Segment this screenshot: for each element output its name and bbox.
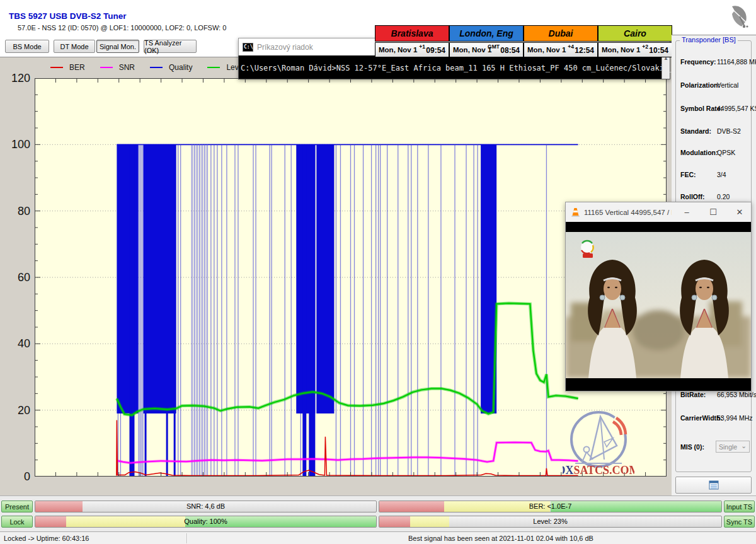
world-clock-cairo: CairoMon, Nov 1+210:54	[598, 25, 672, 57]
vlc-window-title: 11165 Vertical 44995,547 / RF: -41 SNR: …	[584, 209, 672, 216]
field-value: 53,994 MHz	[717, 414, 753, 422]
scroll-up-arrow-icon[interactable]: ▲	[663, 55, 668, 79]
close-button[interactable]: ✕	[728, 207, 751, 217]
field-value: 11164,888 MHz	[717, 58, 756, 66]
mis-selected-value: Single	[719, 443, 737, 451]
transponder-group-label: Transponder [BS]	[680, 36, 738, 43]
statusbar-separator	[186, 533, 187, 543]
field-label: Polarization:	[680, 81, 750, 89]
clock-time-row: Mon, Nov 1GMT08:54	[449, 42, 524, 57]
maximize-button[interactable]: ☐	[702, 207, 724, 217]
transponder-field-carrierwidth: CarrierWidth:53,994 MHz	[680, 414, 750, 422]
best-signal-status: Best signal has been seen at 2021-11-01 …	[408, 535, 593, 542]
legend-item-snr: SNR	[100, 63, 135, 72]
legend-item-quality: Quality	[150, 63, 192, 72]
clock-city: London, Eng	[449, 25, 524, 42]
legend-label: Quality	[169, 63, 192, 72]
field-label: Modulation:	[680, 149, 750, 156]
singer-figure	[588, 260, 637, 378]
transponder-field-modulation: Modulation:QPSK	[680, 149, 750, 156]
mode-button-dt-mode[interactable]: DT Mode	[54, 40, 95, 53]
present-indicator[interactable]: Present	[1, 501, 33, 512]
field-value: Vertical	[717, 81, 738, 89]
cmd-console[interactable]: C:\Users\Roman Dávid>NSS 12-57°E_East Af…	[238, 55, 670, 79]
input-ts-indicator[interactable]: Input TS	[724, 501, 755, 512]
lock-uptime-status: Locked -> Uptime: 60:43:16	[4, 535, 89, 542]
transponder-field-fec: FEC:3/4	[680, 171, 750, 178]
y-axis-label-80: 80	[3, 205, 30, 218]
cmd-scrollbar[interactable]: ▲	[662, 55, 670, 79]
clock-time-row: Mon, Nov 1+210:54	[598, 42, 672, 57]
logo-text-satcs: SATCS.COM	[573, 464, 634, 477]
satellite-dish-icon	[726, 3, 752, 32]
tbs-tuner-app-window: TBS 5927 USB DVB-S2 Tuner 57.0E - NSS 12…	[0, 0, 756, 544]
channel-logo	[581, 241, 593, 258]
clock-time-value: 08:54	[500, 46, 520, 55]
signal-status-strip: Present Lock SNR: 4,6 dB Quality: 100% B…	[0, 495, 756, 531]
world-clock-bratislava: BratislavaMon, Nov 1+109:54	[375, 25, 449, 57]
transponder-field-polarization: Polarization:Vertical	[680, 81, 750, 89]
legend-label: BER	[69, 63, 85, 72]
clock-city: Cairo	[598, 25, 672, 42]
y-axis-label-20: 20	[3, 404, 30, 417]
field-value: 66,953 Mbit/s	[717, 391, 756, 398]
statusbar: Locked -> Uptime: 60:43:16 Best signal h…	[0, 531, 756, 544]
quality-progressbar: Quality: 100%	[35, 516, 377, 528]
legend-swatch-quality	[150, 67, 163, 68]
snr-value: SNR: 4,6 dB	[35, 502, 376, 510]
ber-progressbar: BER: <1.0E-7	[379, 501, 722, 512]
vlc-titlebar[interactable]: 11165 Vertical 44995,547 / RF: -41 SNR: …	[566, 202, 751, 222]
field-value: DVB-S2	[717, 127, 741, 135]
y-axis-label-40: 40	[3, 337, 30, 350]
legend-swatch-ber	[50, 67, 63, 68]
transponder-field-rolloff: RollOff:0.20	[680, 193, 750, 200]
video-picture[interactable]	[566, 222, 751, 391]
cmd-window-title: Príkazový riadok	[257, 43, 313, 52]
clock-time-value: 12:54	[575, 46, 594, 55]
mis-select[interactable]: Single⌄	[716, 441, 750, 453]
level-value: Level: 23%	[379, 518, 721, 525]
transponder-field-standard: Standard:DVB-S2	[680, 127, 750, 135]
field-label: RollOff:	[680, 193, 750, 200]
transponder-field-bitrate: BitRate:66,953 Mbit/s	[680, 391, 750, 398]
clock-city: Bratislava	[375, 25, 449, 42]
svg-text:DXSATCS.COM: DXSATCS.COM	[563, 464, 634, 477]
mode-button-signal-mon[interactable]: Signal Mon.	[96, 40, 139, 53]
field-value: 44995,547 KS/s	[717, 105, 756, 112]
vlc-cone-icon	[571, 207, 580, 217]
y-axis-label-60: 60	[3, 271, 30, 284]
clock-utc-offset: +4	[568, 43, 574, 50]
dxsatcs-watermark-logo: DXSATCS.COM	[563, 409, 634, 478]
transponder-field-mis-0: MIS (0):Single⌄	[680, 443, 750, 451]
clock-time-row: Mon, Nov 1+109:54	[375, 42, 449, 57]
clock-time-value: 10:54	[649, 46, 668, 55]
chevron-down-icon: ⌄	[741, 442, 747, 449]
legend-item-ber: BER	[50, 63, 85, 72]
clock-date: Mon, Nov 1	[602, 46, 640, 54]
field-value: QPSK	[717, 149, 735, 156]
mode-button-bs-mode[interactable]: BS Mode	[5, 40, 49, 53]
world-clocks-panel: BratislavaMon, Nov 1+109:54London, EngMo…	[375, 25, 672, 57]
ber-value: BER: <1.0E-7	[379, 502, 721, 510]
transport-list-button[interactable]	[675, 477, 752, 494]
transport-list-icon	[709, 480, 719, 490]
clock-date: Mon, Nov 1	[379, 46, 417, 54]
minimize-button[interactable]: –	[675, 207, 698, 217]
y-axis-label-100: 100	[3, 138, 30, 151]
transponder-field-frequency: Frequency:11164,888 MHz	[680, 58, 750, 66]
satellite-subtitle: 57.0E - NSS 12 (ID: 0570) @ LOF1: 100000…	[18, 24, 226, 32]
lock-indicator[interactable]: Lock	[1, 516, 33, 528]
clock-utc-offset: +1	[419, 43, 425, 50]
chart-legend: BERSNRQualityLevel	[50, 63, 244, 72]
clock-date: Mon, Nov 1	[527, 46, 566, 54]
mode-button-ts-analyzer-ok[interactable]: TS Analyzer (OK)	[144, 40, 197, 53]
clock-utc-offset: GMT	[488, 43, 500, 50]
y-axis-label-120: 120	[3, 72, 30, 85]
clock-date: Mon, Nov 1	[453, 46, 491, 54]
quality-value: Quality: 100%	[35, 518, 376, 525]
field-value: 0.20	[717, 193, 730, 200]
clock-time-value: 09:54	[426, 46, 445, 55]
sync-ts-indicator[interactable]: Sync TS	[724, 516, 755, 528]
cmd-prompt-icon: C:\	[243, 43, 253, 52]
page-title: TBS 5927 USB DVB-S2 Tuner	[9, 11, 127, 21]
